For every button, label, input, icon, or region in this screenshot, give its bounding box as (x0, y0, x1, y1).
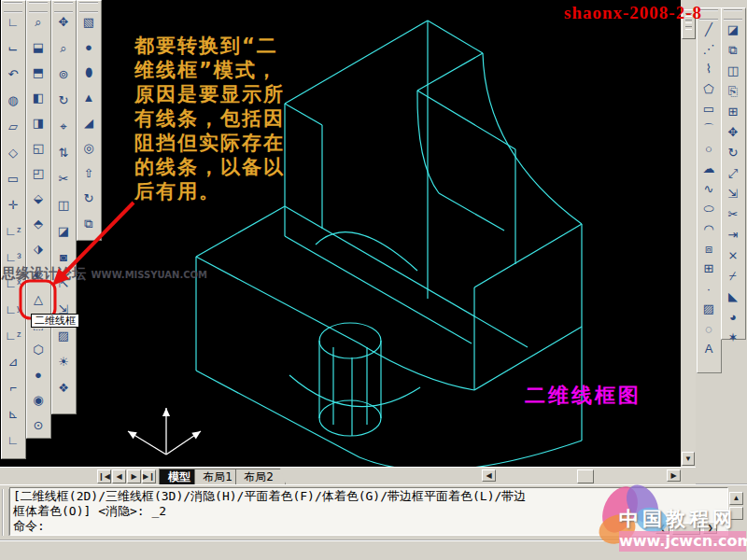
named-views-button[interactable]: ⌕ (28, 12, 49, 32)
3d-orbit-button[interactable]: ⊚ (53, 64, 74, 84)
hatch-button[interactable]: ▨ (698, 300, 719, 319)
pan-button[interactable]: ✥ (53, 12, 74, 32)
command-hscroll-right[interactable]: ❯ (703, 522, 717, 534)
back-clip-button[interactable]: ◪ (53, 221, 74, 241)
command-scroll-thumb[interactable] (729, 507, 743, 520)
hidden-button[interactable]: ⬡ (28, 340, 49, 359)
ucs-z-button[interactable]: ∟ᶻ (3, 326, 23, 345)
tab-layout2[interactable]: 布局2 (235, 469, 286, 484)
ucs-world-2-button[interactable]: ∟ (3, 430, 23, 450)
insert-block-button[interactable]: ⧈ (698, 239, 719, 259)
break-button[interactable]: ⌿ (723, 266, 743, 286)
chamfer-button[interactable]: ◣ (723, 287, 743, 306)
offset-button[interactable]: ⎘ (723, 81, 743, 101)
fillet-button[interactable]: ◕ (723, 307, 743, 327)
ucs-dialog-button[interactable]: ⌙ (3, 38, 23, 58)
canvas-vscrollbar[interactable]: ▼ (681, 0, 696, 467)
interfere-button[interactable]: ⧉ (78, 214, 99, 233)
flat-shaded-button[interactable]: ● (28, 365, 49, 385)
ucs-face-button[interactable]: ◇ (3, 143, 23, 162)
copy-button[interactable]: ⧉ (723, 40, 743, 60)
ucs-button[interactable]: ∟ (3, 12, 23, 32)
break-at-point-button[interactable]: ⨯ (723, 245, 743, 265)
rotate-button[interactable]: ↻ (723, 143, 743, 162)
2d-wireframe-button[interactable]: △ (28, 289, 49, 309)
move-button[interactable]: ✥ (723, 122, 743, 142)
hscroll-thumb[interactable] (577, 469, 594, 483)
command-hscroll-left[interactable]: ❮ (655, 522, 669, 534)
scale-button[interactable]: ⤢ (723, 163, 743, 183)
explode-button[interactable]: ✶ (723, 328, 743, 347)
command-prompt-line[interactable]: 命令: (13, 519, 725, 534)
rectangle-button[interactable]: ▭ (698, 100, 719, 119)
region-button[interactable]: ◌ (698, 319, 719, 339)
ucs-object-button[interactable]: ▱ (3, 117, 23, 136)
tab-nav-next[interactable]: ▶ (127, 469, 141, 483)
extrude-button[interactable]: ⇧ (78, 163, 99, 183)
extend-button[interactable]: ⇥ (723, 225, 743, 245)
ucs-y-button[interactable]: ∟ʸ (3, 300, 23, 319)
render-button[interactable]: ❖ (53, 378, 74, 398)
hscroll-left-button[interactable]: ◀ (482, 469, 496, 482)
bottom-view-button[interactable]: ⬒ (28, 63, 49, 82)
3d-swivel-button[interactable]: ⌖ (53, 117, 74, 136)
text-button[interactable]: A (698, 339, 719, 358)
cylinder-button[interactable]: ⬮ (78, 63, 99, 82)
construction-line-button[interactable]: ⋰ (698, 39, 719, 59)
command-hscroll-thumb[interactable] (672, 523, 700, 535)
make-block-button[interactable]: ⊞ (698, 259, 719, 279)
ucs-origin-button[interactable]: ✛ (3, 195, 23, 215)
light-button[interactable]: ☀ (53, 352, 74, 371)
ucs-previous-button[interactable]: ↶ (3, 64, 23, 84)
box-button[interactable]: ▧ (78, 12, 99, 32)
revolve-button[interactable]: ↻ (78, 189, 99, 208)
zoom-button[interactable]: ⌕ (53, 38, 74, 58)
ucs-world-button[interactable]: ◍ (3, 91, 23, 110)
wedge-button[interactable]: ◢ (78, 113, 99, 133)
point-button[interactable]: · (698, 279, 719, 299)
tab-nav-last[interactable]: ▶❙ (142, 469, 156, 483)
ucs-named-button[interactable]: ⌐ (3, 378, 23, 398)
canvas-hscrollbar[interactable]: ◀ ▶ (481, 469, 683, 483)
3d-continuous-orbit-button[interactable]: ↻ (53, 91, 74, 110)
ellipse-arc-button[interactable]: ◠ (698, 219, 719, 239)
mirror-button[interactable]: ◫ (723, 61, 743, 80)
cone-button[interactable]: ▲ (78, 88, 99, 107)
sw-isometric-button[interactable]: ⬙ (28, 189, 49, 208)
sphere-button[interactable]: ● (78, 37, 99, 57)
ne-isometric-button[interactable]: ⬗ (28, 239, 49, 259)
erase-button[interactable]: ◪ (723, 20, 743, 39)
arc-button[interactable]: ⌒ (698, 119, 719, 139)
trim-button[interactable]: ✂ (723, 204, 743, 224)
command-line-area[interactable]: [二维线框(2D)/三维线框(3D)/消隐(H)/平面着色(F)/体着色(G)/… (9, 487, 728, 536)
vscroll-down-button[interactable]: ▼ (682, 452, 695, 466)
torus-button[interactable]: ◎ (78, 138, 99, 158)
left-view-button[interactable]: ◧ (28, 88, 49, 107)
shadow-button[interactable]: ▨ (53, 326, 74, 345)
se-isometric-button[interactable]: ⬘ (28, 214, 49, 233)
hscroll-right-button[interactable]: ▶ (667, 469, 681, 482)
shaded-edges-on-button[interactable]: ⊙ (28, 415, 49, 435)
circle-button[interactable]: ○ (698, 139, 719, 159)
stretch-button[interactable]: ⇲ (723, 184, 743, 203)
front-view-button[interactable]: ◱ (28, 138, 49, 158)
ucs-apply-button[interactable]: ⊿ (3, 352, 23, 371)
3d-clip-button[interactable]: ✂ (53, 169, 74, 189)
ucs-view-button[interactable]: ▭ (3, 169, 23, 189)
3d-distance-button[interactable]: ⇅ (53, 143, 74, 162)
ellipse-button[interactable]: ⬭ (698, 200, 719, 219)
right-view-button[interactable]: ◨ (28, 113, 49, 133)
top-view-button[interactable]: ⬓ (28, 37, 49, 57)
gouraud-shaded-button[interactable]: ◉ (28, 390, 49, 410)
tab-nav-first[interactable]: ❙◀ (97, 469, 111, 483)
array-button[interactable]: ⊞ (723, 102, 743, 121)
revcloud-button[interactable]: ☁ (698, 160, 719, 179)
front-clip-button[interactable]: ◫ (53, 195, 74, 215)
tab-nav-prev[interactable]: ◀ (112, 469, 126, 483)
back-view-button[interactable]: ◰ (28, 163, 49, 183)
ucs-z-axis-button[interactable]: ∟ᶻ (3, 221, 23, 241)
polygon-button[interactable]: ⬠ (698, 79, 719, 99)
polyline-button[interactable]: ⌇ (698, 60, 719, 79)
spline-button[interactable]: ∿ (698, 179, 719, 199)
command-scroll-up-button[interactable]: ▲ (729, 492, 743, 505)
